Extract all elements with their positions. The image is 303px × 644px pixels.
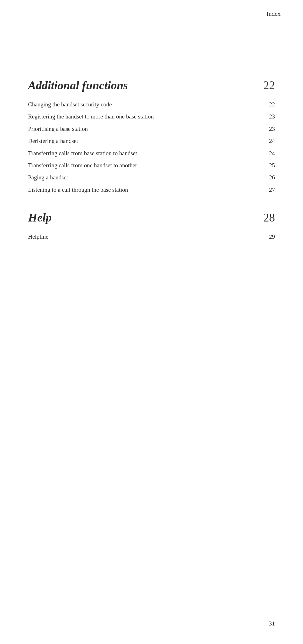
list-item: Transferring calls from one handset to a… bbox=[28, 161, 275, 170]
section-page-help: 28 bbox=[263, 211, 275, 224]
toc-entry-label: Listening to a call through the base sta… bbox=[28, 186, 261, 194]
list-item: Changing the handset security code 22 bbox=[28, 101, 275, 109]
toc-entry-page: 29 bbox=[267, 233, 275, 241]
toc-entry-label: Changing the handset security code bbox=[28, 101, 261, 109]
list-item: Prioritising a base station 23 bbox=[28, 125, 275, 133]
section-title-additional-functions: 22 Additional functions bbox=[28, 79, 275, 92]
toc-entry-label: Deristering a handset bbox=[28, 137, 261, 145]
toc-entry-label: Prioritising a base station bbox=[28, 125, 261, 133]
list-item: Transferring calls from base station to … bbox=[28, 149, 275, 157]
list-item: Listening to a call through the base sta… bbox=[28, 186, 275, 194]
toc-entries-help: Helpline 29 bbox=[28, 233, 275, 241]
footer-page-number: 31 bbox=[269, 620, 275, 627]
section-help: 28 Help Helpline 29 bbox=[28, 211, 275, 241]
section-heading-help: Help bbox=[28, 211, 52, 224]
page-footer: 31 bbox=[269, 620, 275, 627]
toc-entry-page: 26 bbox=[267, 173, 275, 182]
toc-entry-label: Transferring calls from base station to … bbox=[28, 149, 261, 157]
section-additional-functions: 22 Additional functions Changing the han… bbox=[28, 79, 275, 194]
toc-entry-page: 27 bbox=[267, 186, 275, 194]
list-item: Helpline 29 bbox=[28, 233, 275, 241]
content-area: 22 Additional functions Changing the han… bbox=[28, 79, 275, 258]
toc-entry-page: 22 bbox=[267, 101, 275, 109]
section-page-additional-functions: 22 bbox=[263, 79, 275, 92]
list-item: Registering the handset to more than one… bbox=[28, 113, 275, 121]
page-header-index: Index bbox=[267, 10, 281, 17]
list-item: Paging a handset 26 bbox=[28, 173, 275, 182]
toc-entry-page: 23 bbox=[267, 125, 275, 133]
header-title: Index bbox=[267, 10, 281, 17]
toc-entry-page: 25 bbox=[267, 161, 275, 170]
section-heading-additional-functions: Additional functions bbox=[28, 79, 128, 92]
toc-entry-label: Transferring calls from one handset to a… bbox=[28, 161, 261, 170]
toc-entry-label: Registering the handset to more than one… bbox=[28, 113, 261, 121]
toc-entry-label: Paging a handset bbox=[28, 173, 261, 182]
toc-entries-additional-functions: Changing the handset security code 22 Re… bbox=[28, 101, 275, 194]
list-item: Deristering a handset 24 bbox=[28, 137, 275, 145]
toc-entry-label: Helpline bbox=[28, 233, 261, 241]
toc-entry-page: 23 bbox=[267, 113, 275, 121]
toc-entry-page: 24 bbox=[267, 137, 275, 145]
section-title-help: 28 Help bbox=[28, 211, 275, 224]
toc-entry-page: 24 bbox=[267, 149, 275, 157]
